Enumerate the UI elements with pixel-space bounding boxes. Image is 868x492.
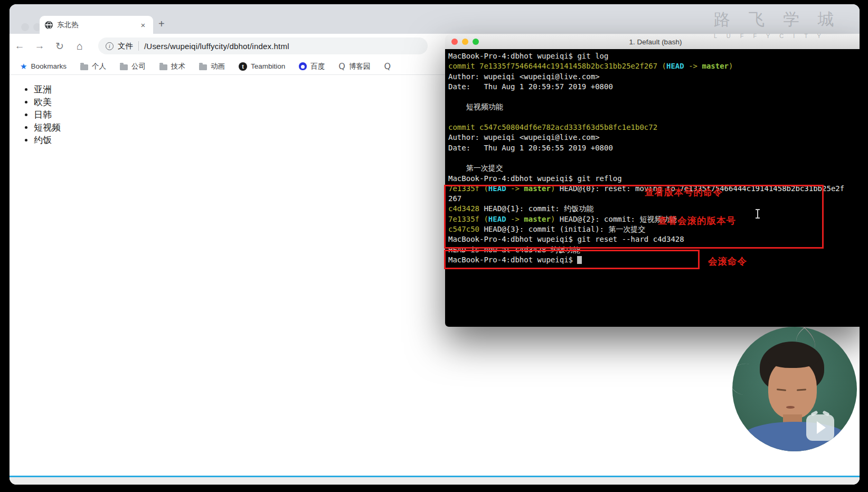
bookmark-item[interactable]: tTeambition [239, 62, 285, 71]
folder-icon [80, 64, 88, 70]
terminal-line: 第一次提交 [448, 163, 860, 173]
terminal-line [448, 92, 860, 102]
annotation-rollback-cmd: 会滚命令 [708, 257, 747, 267]
terminal-line [448, 153, 860, 163]
home-button[interactable]: ⌂ [70, 40, 90, 52]
url-scheme-label: 文件 [118, 41, 133, 51]
terminal-minimize-button[interactable] [462, 39, 468, 45]
folder-icon [199, 64, 207, 70]
play-button-ear [810, 410, 818, 416]
player-bottom-strip [10, 477, 860, 485]
terminal-line: Author: wupeiqi <wupeiqi@live.com> [448, 72, 860, 82]
new-tab-button[interactable]: + [158, 18, 165, 30]
tab-close-icon[interactable]: × [138, 21, 148, 30]
annotation-reflog-cmd: 查看版本号的命令 [645, 187, 723, 197]
star-icon [20, 62, 27, 71]
close-window-button[interactable] [21, 23, 29, 31]
category-item: 欧美 [34, 96, 61, 109]
terminal-output[interactable]: 查看版本号的命令 查看会滚的版本号 会滚命令 MacBook-Pro-4:dbh… [445, 49, 860, 327]
terminal-line: commit c547c50804df6e782acd333f63d5b8fc1… [448, 122, 860, 133]
presenter-webcam [732, 327, 857, 451]
category-item: 约饭 [34, 134, 61, 147]
watermark-english: L U F F Y C I T Y [714, 33, 812, 39]
bookmark-label: 动画 [211, 62, 225, 71]
terminal-line: commit 7e1335f75466444c19141458b2bc31bb2… [448, 61, 860, 71]
forward-button[interactable]: → [30, 40, 50, 52]
terminal-line: Date: Thu Aug 1 20:56:55 2019 +0800 [448, 143, 860, 153]
category-item: 亚洲 [34, 83, 61, 96]
bookmark-item[interactable]: 个人 [80, 62, 106, 71]
quill-icon [384, 62, 391, 71]
bookmark-item[interactable]: 技术 [159, 62, 185, 71]
bookmark-label: 公司 [131, 62, 146, 71]
watermark-chinese: 路 飞 学 城 [714, 8, 812, 31]
terminal-line [448, 112, 860, 122]
bookmark-item[interactable]: 百度 [299, 62, 325, 71]
terminal-line: MacBook-Pro-4:dbhot wupeiqi$ git reflog [448, 174, 860, 184]
annotation-box-reset [444, 250, 700, 269]
terminal-line: MacBook-Pro-4:dbhot wupeiqi$ git log [448, 51, 860, 61]
url-text[interactable]: /Users/wupeiqi/luffycity/dbhot/index.htm… [144, 42, 289, 51]
bookmark-label: Teambition [251, 62, 285, 70]
presenter-hair-fringe [765, 345, 819, 368]
category-item: 日韩 [34, 109, 61, 121]
tab-title: 东北热 [57, 20, 138, 30]
terminal-line: 短视频功能 [448, 102, 860, 112]
tab-favicon-globe-icon [45, 21, 53, 29]
bookmark-label: 技术 [171, 62, 185, 71]
baidu-icon [299, 62, 307, 70]
browser-window: 东北热 × + ← → ↻ ⌂ i 文件 /Users/wupeiqi/luff… [10, 4, 860, 485]
folder-icon [159, 64, 167, 70]
address-bar[interactable]: i 文件 /Users/wupeiqi/luffycity/dbhot/inde… [98, 37, 428, 54]
bookmark-label: 博客园 [349, 62, 371, 71]
bookmark-label: 个人 [92, 62, 106, 71]
bookmark-item[interactable] [384, 62, 391, 71]
bookmark-item[interactable]: 博客园 [338, 62, 370, 71]
terminal-close-button[interactable] [451, 39, 458, 45]
terminal-line: Author: wupeiqi <wupeiqi@live.com> [448, 133, 860, 143]
video-frame: 东北热 × + ← → ↻ ⌂ i 文件 /Users/wupeiqi/luff… [0, 0, 868, 492]
bookmark-item[interactable]: 公司 [120, 62, 146, 71]
bookmark-label: 百度 [310, 62, 325, 71]
terminal-line: Date: Thu Aug 1 20:59:57 2019 +0800 [448, 82, 860, 92]
presenter-face [768, 359, 817, 419]
url-divider [138, 41, 139, 51]
annotation-rollback-version: 查看会滚的版本号 [658, 216, 736, 226]
text-cursor-ibeam [757, 210, 758, 218]
terminal-title: 1. Default (bash) [629, 38, 682, 46]
category-list: 亚洲欧美日韩短视频约饭 [23, 83, 61, 147]
teambition-icon: t [239, 62, 247, 71]
reload-button[interactable]: ↻ [50, 40, 70, 52]
terminal-zoom-button[interactable] [473, 39, 479, 45]
presenter-mouth [786, 406, 795, 409]
quill-icon [338, 62, 345, 71]
luffycity-watermark: 路 飞 学 城 L U F F Y C I T Y [714, 8, 812, 39]
category-item: 短视频 [34, 121, 61, 134]
bookmark-item[interactable]: Bookmarks [20, 62, 67, 71]
page-info-icon[interactable]: i [106, 42, 114, 50]
play-button-ear [822, 410, 829, 416]
terminal-traffic-lights[interactable] [451, 39, 479, 45]
bookmark-label: Bookmarks [31, 62, 67, 70]
bookmark-item[interactable]: 动画 [199, 62, 225, 71]
browser-tab[interactable]: 东北热 × [40, 16, 153, 34]
play-button[interactable] [806, 414, 834, 441]
annotation-box-reflog [444, 185, 824, 249]
terminal-window[interactable]: 1. Default (bash) 查看版本号的命令 查看会滚的版本号 会滚命令… [445, 34, 860, 327]
back-button[interactable]: ← [10, 40, 30, 52]
folder-icon [120, 64, 128, 70]
